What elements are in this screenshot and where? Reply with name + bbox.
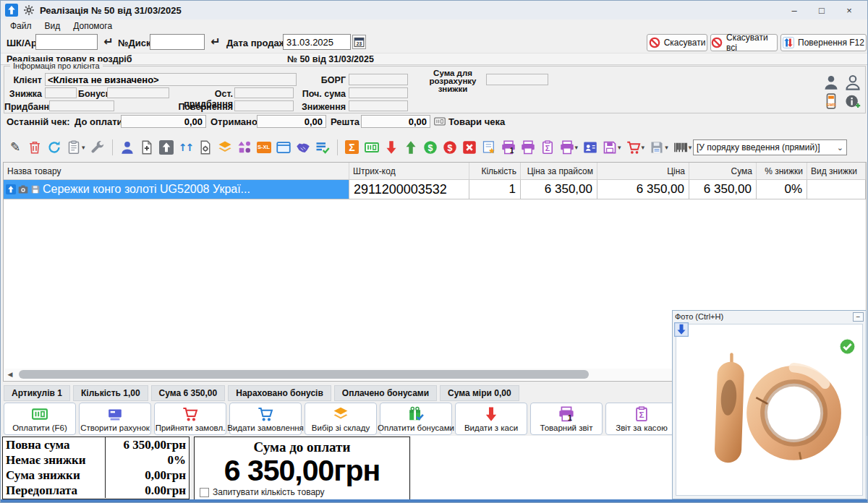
export-menu-icon[interactable]: ▾	[648, 139, 670, 156]
doc-settings-icon[interactable]	[197, 139, 214, 156]
cell-price: 6 350,00	[597, 180, 689, 199]
sizes-sxl-icon[interactable]: S-XL	[255, 139, 273, 156]
reduction-label: Зниження	[292, 102, 346, 112]
menu-view[interactable]: Вид	[40, 20, 66, 32]
client-field[interactable]: <Клієнта не визначено>	[45, 73, 297, 86]
action-button-label: Створити рахунок	[80, 424, 150, 432]
move-up-icon[interactable]	[6, 184, 16, 194]
product-name-text: Сережки конго золоті UG52008 Украї...	[43, 183, 250, 196]
enter-icon: ↵	[209, 35, 222, 48]
client-card-icon[interactable]	[582, 139, 599, 156]
cash-register-icon[interactable]	[363, 139, 380, 156]
stock-layers-icon	[218, 140, 232, 155]
видати-замовлення-button[interactable]: Видати замовлення	[229, 403, 302, 435]
оплатити-бонусами-button[interactable]: Оплатити бонусами	[380, 403, 452, 435]
створити-рахунок-button[interactable]: Створити рахунок	[79, 403, 151, 435]
photo-minimize-button[interactable]: −	[853, 312, 864, 322]
sale-date-input[interactable]	[283, 34, 351, 50]
printer-menu-icon[interactable]: ▾	[558, 139, 580, 156]
discount-card-input[interactable]	[150, 34, 205, 50]
person-filled-icon[interactable]	[823, 74, 839, 90]
cancel-all-button[interactable]: Скасувати всі	[710, 34, 778, 51]
звіт-за-касою-button[interactable]: ΣЗвіт за касою	[605, 403, 678, 435]
column-header[interactable]: Вид знижки	[807, 163, 866, 179]
action-button-label: Звіт за касою	[616, 424, 668, 432]
pay-amount: 6 350,00грн	[195, 454, 409, 488]
прийняти-замовл--button[interactable]: Прийняти замовл.	[154, 403, 226, 435]
gear-icon[interactable]	[23, 4, 35, 16]
person-outline-icon[interactable]	[845, 74, 861, 90]
report-sigma-icon[interactable]: Σ	[539, 139, 556, 156]
table-row[interactable]: Сережки конго золоті UG52008 Украї...291…	[4, 180, 866, 199]
paste-menu-icon[interactable]: ▾	[65, 139, 87, 156]
column-header[interactable]: Сума	[689, 163, 757, 179]
stock-layers-icon[interactable]	[216, 139, 234, 156]
товарний-звіт-button[interactable]: 1Товарний звіт	[530, 403, 603, 435]
menu-help[interactable]: Допомога	[68, 20, 117, 32]
видати-з-каси-button[interactable]: Видати з каси	[455, 403, 527, 435]
оплатити-f6--button[interactable]: Оплатити (F6)	[4, 403, 76, 435]
report-sigma-icon: Σ	[540, 140, 555, 155]
cart-red-icon	[182, 406, 198, 422]
barcode-menu-icon[interactable]: ▾	[672, 139, 694, 156]
edit-icon[interactable]: ✎	[7, 139, 24, 156]
cancel-button[interactable]: Скасувати	[647, 34, 707, 51]
cancel-receipt-icon[interactable]	[461, 139, 478, 156]
wrench-icon[interactable]	[89, 139, 106, 156]
cash-out-red-icon[interactable]	[383, 139, 400, 156]
cart-red-icon[interactable]: ▾	[625, 139, 647, 156]
doc-add-icon[interactable]	[138, 139, 156, 156]
photo-download-icon[interactable]	[674, 322, 689, 337]
вибір-зі-складу-button[interactable]: Вибір зі складу	[305, 403, 377, 435]
return-button[interactable]: Повернення F12	[780, 34, 867, 51]
refresh-icon[interactable]	[46, 139, 63, 156]
assortment-shapes-icon[interactable]	[236, 139, 253, 156]
money-red-icon[interactable]: $	[441, 139, 459, 156]
column-header[interactable]: Ціна	[597, 163, 689, 179]
doc-star-icon[interactable]	[480, 139, 498, 156]
bonus-label: Бонуси	[78, 89, 107, 99]
column-header[interactable]: Ціна за прайсом	[521, 163, 597, 179]
upload-icon[interactable]	[158, 139, 175, 156]
sum-sigma-icon[interactable]: Σ	[344, 139, 361, 156]
initial-sum-field	[349, 87, 408, 98]
photo-camera-icon[interactable]	[18, 184, 28, 194]
sms-icon[interactable]: SMS	[823, 93, 839, 109]
summary-table: Повна сума6 350,00грнНемає знижки0%Сума …	[2, 437, 190, 499]
menu-file[interactable]: Файл	[5, 20, 37, 32]
scroll-thumb[interactable]	[19, 370, 589, 379]
barcode-menu-icon	[673, 140, 688, 155]
receipt-items-button[interactable]: Товари чека	[448, 116, 505, 127]
svg-text:1: 1	[509, 147, 514, 155]
column-header[interactable]: Назва товару	[4, 163, 349, 179]
cash-in-green-icon[interactable]	[402, 139, 420, 156]
client-label: Клієнт	[4, 75, 42, 85]
invoice-icon	[107, 406, 123, 422]
cancel-receipt-icon	[462, 140, 477, 155]
window-icon[interactable]	[275, 139, 292, 156]
person-add-icon[interactable]	[845, 93, 861, 109]
printer-report-icon[interactable]: 1	[500, 139, 517, 156]
handshake-icon[interactable]	[294, 139, 312, 156]
money-green-icon[interactable]: $	[422, 139, 439, 156]
delete-icon[interactable]	[26, 139, 43, 156]
column-header[interactable]: Штрих-код	[349, 163, 469, 179]
sort-ascending-icon[interactable]: ↑↑	[177, 139, 195, 156]
minimize-button[interactable]: –	[780, 2, 808, 18]
maximize-button[interactable]: □	[808, 2, 835, 18]
action-button-label: Видати замовлення	[227, 424, 304, 432]
sort-order-select[interactable]: [У порядку введення (прямий)] ⌄	[693, 139, 847, 155]
printer-receipt-icon[interactable]	[519, 139, 537, 156]
close-button[interactable]: ×	[835, 2, 863, 18]
scroll-left-icon[interactable]: ◀	[4, 369, 16, 380]
save-row-icon[interactable]	[30, 184, 41, 194]
save-menu-icon[interactable]: ▾	[601, 139, 623, 156]
column-header[interactable]: % знижки	[757, 163, 807, 179]
column-header[interactable]: Кількість	[469, 163, 521, 179]
tasks-check-icon[interactable]	[314, 139, 331, 156]
ask-quantity-checkbox[interactable]	[200, 488, 209, 497]
check-circle-icon	[839, 338, 856, 355]
sku-input[interactable]	[35, 34, 98, 50]
calendar-icon[interactable]: 23	[352, 35, 366, 49]
client-icon[interactable]	[119, 139, 136, 156]
